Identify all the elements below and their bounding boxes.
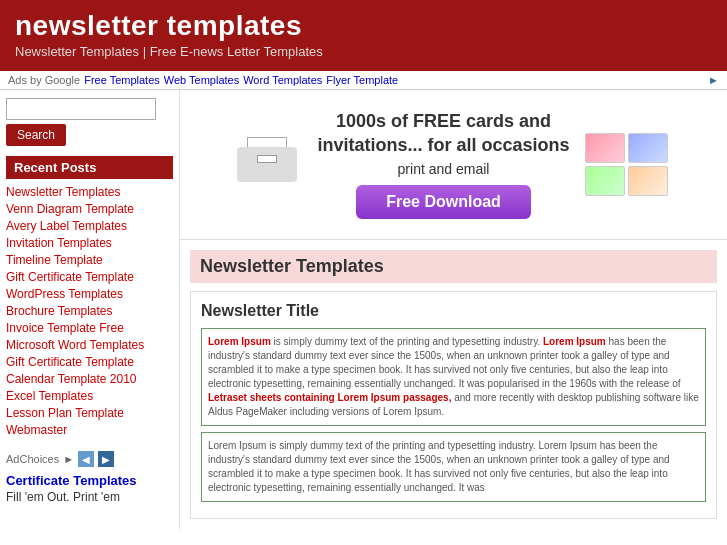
info-icon: ►	[708, 74, 719, 86]
recent-post-link[interactable]: Brochure Templates	[6, 304, 113, 318]
recent-post-link[interactable]: Newsletter Templates	[6, 185, 121, 199]
adchoices-label: AdChoices	[6, 453, 59, 465]
sidebar: Search Recent Posts Newsletter Templates…	[0, 90, 180, 529]
ads-bar: Ads by Google Free Templates Web Templat…	[0, 71, 727, 90]
list-item: Avery Label Templates	[6, 219, 173, 233]
recent-post-link[interactable]: Microsoft Word Templates	[6, 338, 144, 352]
ad-download-button[interactable]: Free Download	[356, 185, 531, 219]
lorem-highlight-2: Lorem Ipsum	[543, 336, 606, 347]
ad-link-flyer-template[interactable]: Flyer Template	[326, 74, 398, 86]
ad-visual: 1000s of FREE cards and invitations... f…	[232, 110, 674, 219]
recent-post-link[interactable]: Gift Certificate Template	[6, 270, 134, 284]
search-button[interactable]: Search	[6, 124, 66, 146]
recent-posts-list: Newsletter Templates Venn Diagram Templa…	[6, 185, 173, 437]
printer-icon	[232, 132, 302, 197]
printer-body	[237, 147, 297, 182]
list-item: Invoice Template Free	[6, 321, 173, 335]
cert-templates-desc: Fill 'em Out. Print 'em	[6, 490, 173, 504]
recent-post-link[interactable]: Excel Templates	[6, 389, 93, 403]
search-input[interactable]	[6, 98, 156, 120]
card-thumb	[628, 166, 668, 196]
list-item: Brochure Templates	[6, 304, 173, 318]
content-area: 1000s of FREE cards and invitations... f…	[180, 90, 727, 529]
list-item: Newsletter Templates	[6, 185, 173, 199]
card-thumb	[585, 166, 625, 196]
newsletter-section: Newsletter Templates Newsletter Title Lo…	[180, 240, 727, 529]
card-thumb	[628, 133, 668, 163]
recent-post-link[interactable]: Invitation Templates	[6, 236, 112, 250]
nav-next-button[interactable]: ▶	[98, 451, 114, 467]
newsletter-body-block-2: Lorem Ipsum is simply dummy text of the …	[201, 432, 706, 502]
ad-link-web-templates[interactable]: Web Templates	[164, 74, 239, 86]
card-thumb	[585, 133, 625, 163]
newsletter-body-block-1: Lorem Ipsum is simply dummy text of the …	[201, 328, 706, 426]
list-item: WordPress Templates	[6, 287, 173, 301]
list-item: Excel Templates	[6, 389, 173, 403]
list-item: Lesson Plan Template	[6, 406, 173, 420]
newsletter-preview-title: Newsletter Title	[201, 302, 706, 320]
site-title: newsletter templates	[15, 10, 712, 42]
ads-by-google-label: Ads by Google	[8, 74, 80, 86]
recent-post-link[interactable]: Invoice Template Free	[6, 321, 124, 335]
newsletter-heading: Newsletter Templates	[190, 250, 717, 283]
recent-post-link[interactable]: Timeline Template	[6, 253, 103, 267]
recent-post-link[interactable]: Lesson Plan Template	[6, 406, 124, 420]
list-item: Webmaster	[6, 423, 173, 437]
main-layout: Search Recent Posts Newsletter Templates…	[0, 90, 727, 529]
newsletter-preview: Newsletter Title Lorem Ipsum is simply d…	[190, 291, 717, 519]
ad-headline-line1: 1000s of FREE cards and	[317, 110, 569, 133]
recent-post-link[interactable]: WordPress Templates	[6, 287, 123, 301]
adchoices-triangle-icon: ►	[63, 453, 74, 465]
lorem-highlight-1: Lorem Ipsum	[208, 336, 271, 347]
cert-templates-block: Certificate Templates Fill 'em Out. Prin…	[6, 473, 173, 504]
cards-visual	[585, 133, 675, 196]
list-item: Calendar Template 2010	[6, 372, 173, 386]
list-item: Timeline Template	[6, 253, 173, 267]
recent-post-link[interactable]: Gift Certificate Template	[6, 355, 134, 369]
banner-ad: 1000s of FREE cards and invitations... f…	[180, 90, 727, 240]
lorem-highlight-3: Letraset sheets containing Lorem Ipsum p…	[208, 392, 451, 403]
list-item: Gift Certificate Template	[6, 355, 173, 369]
recent-post-link[interactable]: Webmaster	[6, 423, 67, 437]
list-item: Invitation Templates	[6, 236, 173, 250]
newsletter-body-text-2: Lorem Ipsum is simply dummy text of the …	[208, 440, 670, 493]
site-header: newsletter templates Newsletter Template…	[0, 0, 727, 71]
ad-link-free-templates[interactable]: Free Templates	[84, 74, 160, 86]
ad-link-word-templates[interactable]: Word Templates	[243, 74, 322, 86]
nav-prev-button[interactable]: ◀	[78, 451, 94, 467]
list-item: Gift Certificate Template	[6, 270, 173, 284]
ad-subline: print and email	[317, 161, 569, 177]
recent-post-link[interactable]: Avery Label Templates	[6, 219, 127, 233]
newsletter-body-text-1: is simply dummy text of the printing and…	[274, 336, 543, 347]
recent-post-link[interactable]: Venn Diagram Template	[6, 202, 134, 216]
adchoices-bar: AdChoices ► ◀ ▶	[6, 451, 173, 467]
site-subtitle: Newsletter Templates | Free E-news Lette…	[15, 44, 712, 59]
list-item: Venn Diagram Template	[6, 202, 173, 216]
recent-post-link[interactable]: Calendar Template 2010	[6, 372, 137, 386]
ad-text-block: 1000s of FREE cards and invitations... f…	[317, 110, 569, 219]
list-item: Microsoft Word Templates	[6, 338, 173, 352]
recent-posts-title: Recent Posts	[6, 156, 173, 179]
ad-headline-line2: invitations... for all occasions	[317, 134, 569, 157]
cert-templates-link[interactable]: Certificate Templates	[6, 473, 137, 488]
search-box: Search	[6, 98, 173, 146]
